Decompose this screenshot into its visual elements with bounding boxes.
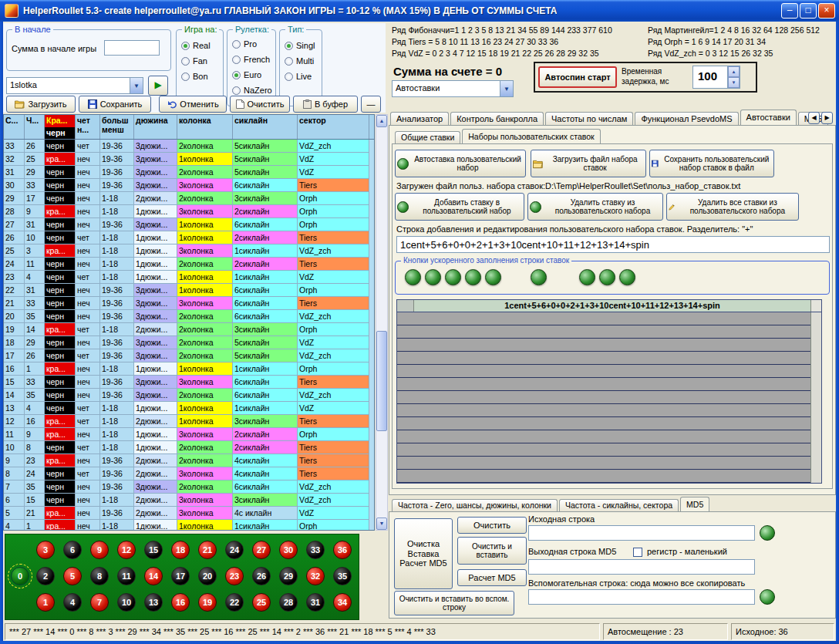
- table-row[interactable]: 824чернчет19-362дюжи...3колонка4сиклайнT…: [4, 467, 374, 480]
- tab-1-Наборы пользовательских ставок[interactable]: Наборы пользовательских ставок: [462, 129, 600, 143]
- load-button[interactable]: Загрузить: [6, 96, 76, 113]
- md5-calc-button[interactable]: Расчет MD5: [457, 569, 527, 586]
- coin-button[interactable]: [619, 269, 635, 285]
- aux-chip-button[interactable]: [760, 589, 775, 605]
- table-row[interactable]: 289кра...неч1-181дюжи...3колонка2сиклайн…: [4, 205, 374, 218]
- spinner-down-icon[interactable]: ▼: [728, 77, 740, 88]
- tab-2-Частоты по числам[interactable]: Частоты по числам: [545, 112, 633, 125]
- roulette-number-27[interactable]: 27: [252, 541, 271, 559]
- coin-button[interactable]: [465, 269, 481, 285]
- roulette-number-9[interactable]: 9: [90, 541, 109, 559]
- radio-option-Multi[interactable]: Multi: [280, 53, 315, 69]
- list-row[interactable]: [397, 417, 821, 430]
- tab-0-Общие ставки[interactable]: Общие ставки: [395, 131, 460, 143]
- tab-1-Частота - сиклайны, сектора[interactable]: Частота - сиклайны, сектора: [559, 499, 679, 511]
- scrollbar-thumb[interactable]: [376, 331, 387, 431]
- roulette-number-33[interactable]: 33: [306, 541, 325, 559]
- tab-2-MD5[interactable]: MD5: [680, 497, 709, 511]
- table-row[interactable]: 2133черннеч19-363дюжи...3колонка6сиклайн…: [4, 297, 374, 310]
- list-row[interactable]: [397, 378, 821, 391]
- md5-source-input[interactable]: [528, 525, 755, 541]
- roulette-number-13[interactable]: 13: [144, 593, 163, 612]
- list-row[interactable]: [397, 457, 821, 470]
- tabs-scroll-right-icon[interactable]: ▶: [821, 112, 833, 124]
- roulette-number-34[interactable]: 34: [333, 593, 352, 612]
- table-row[interactable]: 253кра...неч1-181дюжи...3колонка1сиклайн…: [4, 244, 374, 258]
- table-row[interactable]: 2610чернчет1-181дюжи...1колонка2сиклайнT…: [4, 231, 374, 244]
- tabs-scroll-left-icon[interactable]: ◀: [808, 112, 820, 124]
- clear-paste-aux-button[interactable]: Очистить и вставить во вспом. строку: [394, 591, 514, 615]
- add-bet-button[interactable]: Добавить ставку в пользовательский набор: [395, 193, 524, 221]
- radio-option-Bon[interactable]: Bon: [177, 69, 211, 84]
- roulette-number-25[interactable]: 25: [252, 593, 271, 612]
- bets-list-header-text[interactable]: 1cent+5+6+0+0+2+1+3+10cent+10+11+12+13+1…: [414, 300, 810, 312]
- roulette-number-0[interactable]: 0: [11, 567, 29, 585]
- lowercase-checkbox[interactable]: [633, 548, 642, 557]
- scroll-down-icon[interactable]: ▼: [376, 518, 387, 530]
- tab-0-Анализатор[interactable]: Анализатор: [390, 112, 449, 125]
- scroll-up-icon[interactable]: ▲: [376, 115, 387, 127]
- roulette-number-36[interactable]: 36: [333, 541, 352, 559]
- minimize-button[interactable]: –: [781, 3, 798, 19]
- delete-all-bets-button[interactable]: Удалить все ставки из пользовательского …: [666, 193, 799, 221]
- save-button[interactable]: Сохранить: [79, 96, 151, 113]
- roulette-number-3[interactable]: 3: [36, 541, 55, 559]
- list-row[interactable]: [397, 339, 821, 352]
- table-row[interactable]: 108чернчет1-181дюжи...2колонка2сиклайнTi…: [4, 441, 374, 454]
- table-row[interactable]: 1533черннеч19-363дюжи...3колонка6сиклайн…: [4, 376, 374, 389]
- roulette-number-11[interactable]: 11: [117, 567, 136, 585]
- radio-option-Pro[interactable]: Pro: [227, 36, 272, 52]
- list-row[interactable]: [397, 470, 821, 483]
- coin-button[interactable]: [579, 269, 595, 285]
- roulette-number-19[interactable]: 19: [198, 593, 217, 612]
- roulette-number-20[interactable]: 20: [198, 567, 217, 585]
- col-header-sector[interactable]: сектор: [298, 115, 369, 139]
- md5-main-button[interactable]: Очистка Вставка Расчет MD5: [394, 518, 453, 589]
- table-row[interactable]: 234чернчет1-181дюжи...1колонка1сиклайнVd…: [4, 271, 374, 284]
- play-button[interactable]: ▶: [148, 76, 168, 96]
- coin-button[interactable]: [599, 269, 615, 285]
- list-row[interactable]: [397, 312, 821, 325]
- table-row[interactable]: 2035черннеч19-363дюжи...2колонка6сиклайн…: [4, 310, 374, 323]
- table-row[interactable]: 923кра...неч19-362дюжи...2колонка4сиклай…: [4, 454, 374, 467]
- list-row[interactable]: [397, 443, 821, 457]
- coin-button[interactable]: [425, 269, 441, 285]
- table-row[interactable]: 2411черннеч1-181дюжи...2колонка2сиклайнT…: [4, 258, 374, 271]
- roulette-number-29[interactable]: 29: [279, 567, 298, 585]
- roulette-number-15[interactable]: 15: [144, 541, 163, 559]
- chevron-down-icon[interactable]: ▼: [500, 81, 513, 96]
- col-header-dozen[interactable]: дюжина: [134, 115, 177, 139]
- delay-spinner[interactable]: 100 ▲ ▼: [692, 66, 740, 89]
- sum-start-input[interactable]: [104, 40, 160, 56]
- roulette-number-31[interactable]: 31: [306, 593, 325, 612]
- md5-source-chip-button[interactable]: [760, 525, 775, 541]
- list-row[interactable]: [397, 404, 821, 417]
- roulette-number-28[interactable]: 28: [279, 593, 298, 612]
- col-header-color[interactable]: Кра... черн: [45, 115, 76, 139]
- radio-option-Real[interactable]: Real: [177, 38, 211, 53]
- radio-option-Live[interactable]: Live: [280, 69, 315, 84]
- roulette-number-32[interactable]: 32: [306, 567, 325, 585]
- col-header-spin[interactable]: С...: [4, 115, 25, 139]
- load-bet-file-button[interactable]: Загрузить файл набора ставок: [531, 150, 646, 177]
- tab-0-Частота - Zero, шансы, дюжины, колонки[interactable]: Частота - Zero, шансы, дюжины, колонки: [392, 499, 558, 511]
- table-row[interactable]: 3129черннеч19-363дюжи...2колонка5сиклайн…: [4, 166, 374, 179]
- table-row[interactable]: 1726чернчет19-363дюжи...2колонка5сиклайн…: [4, 349, 374, 362]
- list-row[interactable]: [397, 430, 821, 443]
- col-header-sixline[interactable]: сиклайн: [233, 115, 298, 139]
- table-scrollbar[interactable]: ▲ ▼: [376, 114, 388, 531]
- roulette-number-10[interactable]: 10: [117, 593, 136, 612]
- col-header-number[interactable]: Ч...: [25, 115, 45, 139]
- tab-3-Функционал PsevdoMS[interactable]: Функционал PsevdoMS: [635, 112, 738, 125]
- roulette-number-7[interactable]: 7: [90, 593, 109, 612]
- table-row[interactable]: 2731черннеч19-363дюжи...1колонка6сиклайн…: [4, 218, 374, 231]
- radio-option-Euro[interactable]: Euro: [227, 67, 272, 83]
- roulette-number-18[interactable]: 18: [171, 541, 190, 559]
- radio-option-Fan[interactable]: Fan: [177, 53, 211, 69]
- clear-button[interactable]: Очистить: [230, 96, 290, 113]
- autospin-start-button[interactable]: Автоспин старт: [538, 66, 617, 88]
- radio-option-Singl[interactable]: Singl: [280, 38, 315, 53]
- table-row[interactable]: 119кра...неч1-181дюжи...3колонка2сиклайн…: [4, 428, 374, 441]
- table-row[interactable]: 41кра...неч1-181дюжи...1колонка1сиклайнO…: [4, 520, 374, 531]
- col-header-parity[interactable]: чет н...: [76, 115, 100, 139]
